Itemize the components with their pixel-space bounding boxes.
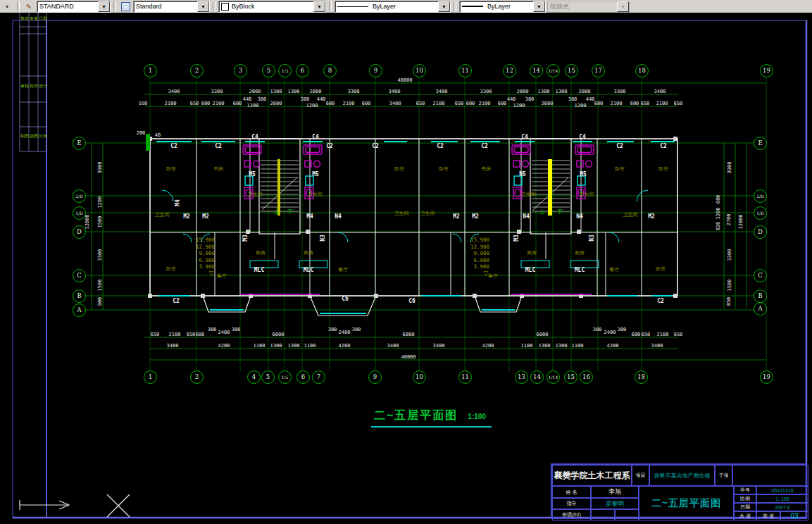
dimension-text: 650 (674, 101, 683, 106)
grid-bubble-5: 5 (262, 64, 275, 77)
chevron-down-icon[interactable]: ▼ (313, 1, 325, 12)
dimension-text: 380 (301, 96, 310, 102)
title-block-name-label: 姓 名 (552, 486, 591, 498)
room-label: 餐厅 (338, 266, 348, 273)
door-tag-N4: N4 (335, 213, 342, 220)
dim-style-value: STANDARD (39, 3, 74, 10)
chevron-down-icon[interactable]: ▼ (533, 1, 545, 12)
title-block: 襄樊学院土木工程系 项目 襄樊市某房地产商住楼 子项 姓 名 李旭 指导 梁黎明… (551, 463, 807, 519)
window-tag-C2: C2 (660, 143, 667, 149)
dimension-text: 40000 (401, 354, 416, 360)
title-block-id-label: 学号 (734, 486, 756, 494)
title-block-empty-cell (615, 509, 639, 520)
dimension-text: 600 (201, 101, 211, 106)
dimension-text: 3400 (389, 89, 401, 94)
room-label: 卫生间 (623, 211, 638, 218)
grid-bubble-19: 19 (760, 370, 773, 384)
level-marker-icon: ▽ (209, 270, 214, 277)
grid-bubble-15: 15 (564, 370, 577, 384)
color-combo[interactable]: ByBlock ▼ (218, 1, 326, 13)
dimension-text: 600 (630, 101, 639, 106)
door-tag-M5: M5 (249, 171, 256, 177)
dimension-text: 6000 (403, 332, 415, 337)
room-label: 卧室 (656, 266, 666, 273)
chevron-down-icon[interactable]: ▼ (197, 1, 209, 12)
level-text: 12.900 (182, 244, 215, 250)
linetype-value: ByLayer (373, 3, 396, 10)
room-label: 卫生间 (155, 211, 170, 218)
table-style-icon[interactable] (120, 1, 131, 11)
window-tag-C2: C2 (437, 143, 444, 149)
door-tag-M4: M4 (306, 213, 313, 220)
dimension-text: 200 (137, 130, 146, 136)
room-label: 厨房 (575, 249, 585, 256)
dimension-lines (85, 83, 766, 360)
crosshair-cursor[interactable] (107, 494, 130, 517)
dim-style-combo[interactable]: STANDARD ▼ (37, 1, 111, 13)
grid-lines (150, 76, 766, 371)
dimension-text: 1500 (97, 216, 103, 228)
dimension-text: 6000 (537, 332, 549, 337)
room-label: 卧室 (658, 166, 668, 173)
plotstyle-combo: 随颜色 ▼ (547, 1, 630, 13)
dimension-text: 40 (155, 132, 161, 138)
level-marker-icon: ▽ (484, 270, 489, 277)
margin-table-cell: 修改 (20, 16, 28, 20)
title-block-class-label: 班级(02) (552, 509, 591, 520)
dimension-text: 3400 (167, 343, 179, 349)
grid-bubble-2/D: 2/D (754, 189, 767, 203)
dimension-text: 3300 (614, 89, 626, 94)
level-text: 15.900 (182, 237, 215, 243)
dimension-text: 600 (594, 101, 604, 106)
dimension-text: 1200 (575, 103, 587, 108)
dimension-text: 600 (498, 101, 507, 106)
dim-style-icon[interactable]: ✎ (23, 1, 35, 11)
stair-direction-label: 下 (287, 208, 293, 216)
title-block-empty-cell (732, 465, 808, 486)
walls (150, 139, 677, 316)
dimension-text: 3400 (389, 101, 401, 106)
dimension-text: 40000 (397, 77, 412, 83)
grid-bubble-B: B (73, 289, 86, 303)
dimension-text: 3300 (480, 89, 492, 94)
dimension-text: 6000 (273, 332, 285, 337)
dimension-text: 1300 (556, 343, 568, 349)
color-value: ByBlock (232, 3, 255, 10)
grid-bubble-2: 2 (190, 64, 204, 77)
dimension-text: 650 (416, 101, 425, 106)
dimension-text: 2600 (270, 101, 282, 106)
window-tag-C2: C2 (170, 143, 177, 149)
margin-table-cell: 比例 (39, 134, 46, 138)
dimension-text: 3400 (168, 89, 180, 94)
door-tag-MLC: MLC (254, 267, 264, 273)
dimension-text: 1200 (716, 208, 721, 220)
window-tag-C4: C4 (312, 134, 319, 140)
table-style-combo[interactable]: Standard ▼ (133, 1, 210, 13)
window-tag-C2: C2 (657, 298, 664, 304)
grid-bubble-2: 2 (190, 370, 204, 384)
dimension-text: 550 (139, 101, 148, 106)
dimension-text: 3400 (651, 343, 663, 349)
title-block-empty-cell (591, 509, 615, 520)
drawing-canvas[interactable]: 12351/5689101112141/141517181912451/5679… (0, 13, 812, 524)
dimension-text: 1500 (97, 280, 103, 292)
dimension-text: 2400 (339, 330, 351, 335)
lineweight-combo[interactable]: ByLayer ▼ (459, 1, 546, 13)
dimension-text: 650 (642, 332, 651, 337)
grid-bubble-E: E (754, 137, 767, 150)
chevron-down-icon[interactable]: ▼ (438, 1, 450, 12)
toolbar-overflow-button[interactable]: ▾ (0, 1, 14, 13)
dimension-text: 2000 (310, 89, 322, 94)
dimension-text: 1500 (727, 280, 732, 292)
chevron-down-icon: ▼ (617, 1, 629, 12)
dimension-text: 1300 (288, 343, 300, 349)
chevron-down-icon[interactable]: ▼ (98, 1, 110, 12)
grid-bubble-7: 7 (312, 370, 325, 384)
title-block-advisor: 梁黎明 (591, 498, 639, 509)
dimension-text: 380 (525, 96, 535, 102)
window-tag-C4: C4 (251, 134, 258, 140)
window-tag-C2: C2 (372, 143, 379, 149)
linetype-combo[interactable]: ByLayer ▼ (335, 1, 451, 13)
margin-table-cell: 制图 (20, 134, 28, 138)
dimension-text: 2000 (579, 89, 591, 94)
